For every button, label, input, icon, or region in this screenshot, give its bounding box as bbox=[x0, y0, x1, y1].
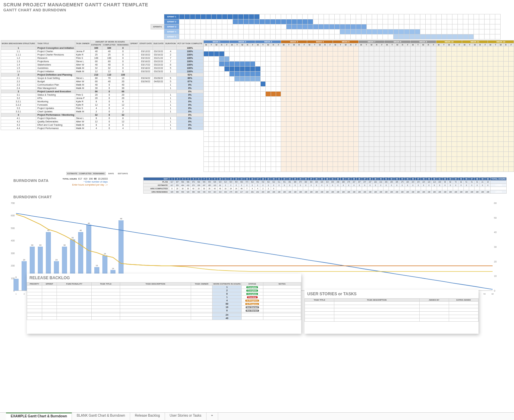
week-header: WEEK 2 bbox=[229, 40, 255, 43]
note-hours: Enter hours completed per day --> bbox=[62, 183, 108, 186]
task-row[interactable]: 1.2ResearchPete S100100003/15/2203/21/22… bbox=[1, 57, 203, 60]
col-due: DUE DATE bbox=[153, 40, 164, 46]
svg-text:700: 700 bbox=[11, 202, 15, 204]
sheet-tab[interactable]: Release Backlog bbox=[130, 413, 165, 420]
svg-text:40: 40 bbox=[494, 231, 497, 233]
user-story-row[interactable] bbox=[305, 302, 479, 305]
status-badge: Complete bbox=[246, 293, 258, 295]
user-story-row[interactable] bbox=[305, 318, 479, 322]
svg-text:0: 0 bbox=[494, 290, 495, 292]
task-row[interactable]: 3Project Launch and Execution660660% bbox=[1, 90, 203, 93]
col-owner: TASK OWNER bbox=[75, 40, 91, 46]
task-row[interactable]: 3.3.1Chart UpdatesMalik M20210% bbox=[1, 110, 203, 113]
task-row[interactable]: 1Project Conception and Initiation309309… bbox=[1, 46, 203, 50]
svg-text:20: 20 bbox=[23, 259, 25, 261]
task-row[interactable]: 1.4StakeholdersAllen W4040003/17/2203/22… bbox=[1, 63, 203, 67]
svg-text:40: 40 bbox=[80, 229, 82, 231]
user-story-row[interactable] bbox=[305, 312, 479, 315]
col-start: START DATE bbox=[139, 40, 153, 46]
release-row[interactable]: 8Not Started bbox=[27, 309, 301, 312]
user-stories-table[interactable]: TASK TITLETASK DESCRIPTIONADDED BYDATED … bbox=[305, 298, 479, 322]
col-task: TASK TITLE bbox=[36, 40, 75, 46]
week-header: WEEK 7 bbox=[359, 40, 384, 43]
task-row[interactable]: 1.3ProjectionsSteve L6060003/16/2203/22/… bbox=[1, 60, 203, 63]
add-sheet-button[interactable]: + bbox=[206, 413, 218, 420]
svg-text:10: 10 bbox=[494, 275, 497, 277]
svg-text:16: 16 bbox=[96, 265, 98, 267]
task-row[interactable]: 1.1Project CharterJenna P4040003/12/2203… bbox=[1, 50, 203, 53]
sheet-tab[interactable]: User Stories or Tasks bbox=[165, 413, 206, 420]
task-row[interactable]: 2.4Risk ManagementMalik M3003010% bbox=[1, 87, 203, 90]
svg-text:50: 50 bbox=[494, 217, 497, 219]
task-row[interactable]: 3.1Status & TrackingPete S2002010% bbox=[1, 93, 203, 97]
svg-text:30: 30 bbox=[494, 246, 497, 248]
status-badge: Overdue bbox=[247, 296, 258, 298]
task-row[interactable]: 3.2.2ForecastsKylie R1201210% bbox=[1, 103, 203, 107]
task-row[interactable]: 4.4Project PerformanceMalik M40410% bbox=[1, 127, 203, 130]
user-stories-title: USER STORIES or TASKS bbox=[305, 290, 479, 298]
svg-text:59: 59 bbox=[484, 293, 486, 295]
task-row[interactable]: 4Project Performance / Monitoring320320% bbox=[1, 113, 203, 117]
release-table[interactable]: PRIORITYSPRINTFUNCTIONALITYTASK TITLETAS… bbox=[27, 282, 301, 320]
svg-text:1: 1 bbox=[15, 293, 17, 295]
task-row[interactable]: 4.1Project ObjectivesSteve L80810% bbox=[1, 117, 203, 120]
sprint-label-2: SPRINT 2 bbox=[164, 19, 179, 24]
week-header: WEEK 3 bbox=[255, 40, 281, 43]
burndown-data: BURNDOWN DATA TOTAL HOURS 617 419 198 60… bbox=[0, 177, 514, 194]
svg-text:60: 60 bbox=[494, 202, 497, 204]
svg-text:20: 20 bbox=[494, 260, 497, 263]
week-header: WEEK 8 bbox=[384, 40, 410, 43]
task-row[interactable]: 1.6Project InitiationMalik M1212003/23/2… bbox=[1, 70, 203, 73]
gantt-grid: WEEK 1WEEK 2WEEK 3WEEK 4WEEK 5WEEK 6WEEK… bbox=[203, 40, 514, 172]
col-dur: DURATION bbox=[164, 40, 176, 46]
user-story-row[interactable] bbox=[305, 308, 479, 312]
week-header: WEEK 5 bbox=[307, 40, 333, 43]
release-row[interactable]: 1Complete bbox=[27, 286, 301, 289]
task-row[interactable]: 1.1.1Project Charter RevisionsKylie R252… bbox=[1, 53, 203, 57]
week-header: WEEK 4 bbox=[281, 40, 307, 43]
release-row[interactable]: 16Not Started bbox=[27, 306, 301, 309]
release-row[interactable]: 24 bbox=[27, 313, 301, 317]
col-wbs: WORK BREAKDOWN STRUCTURE bbox=[1, 40, 36, 46]
task-row[interactable]: 3.2KPIsJenna P2002010% bbox=[1, 97, 203, 100]
week-header: WEEK 1 bbox=[203, 40, 229, 43]
svg-text:14: 14 bbox=[112, 268, 114, 270]
task-row[interactable]: 4.2Quality DeliverablesAllen W1201210% bbox=[1, 120, 203, 123]
task-row[interactable]: 3.3Project UpdatesPete S40410% bbox=[1, 107, 203, 110]
svg-text:300: 300 bbox=[11, 252, 15, 254]
task-row[interactable]: 2.1Scope & Goal SettingSteve L80701003/2… bbox=[1, 77, 203, 80]
page-subtitle: GANTT CHART AND BURNDOWN bbox=[0, 7, 514, 14]
release-row[interactable]: 40 bbox=[27, 317, 301, 320]
sheet-tab[interactable]: BLANK Gantt Chart & Burndown bbox=[72, 413, 130, 420]
release-row[interactable]: 4In Progress bbox=[27, 299, 301, 302]
release-row[interactable]: 2Complete bbox=[27, 289, 301, 292]
sprint-label-1: SPRINT 1 bbox=[164, 14, 179, 19]
task-row[interactable]: 1.5GuidelinesMalik M3232003/18/2203/22/2… bbox=[1, 67, 203, 70]
task-row[interactable]: 4.3Effort and Cost TrackingMalik M80810% bbox=[1, 123, 203, 127]
svg-text:500: 500 bbox=[11, 227, 15, 229]
svg-text:35: 35 bbox=[72, 237, 74, 239]
col-amount: AMOUNT OF WORK IN HOURS bbox=[90, 40, 130, 43]
user-story-row[interactable] bbox=[305, 315, 479, 318]
user-story-row[interactable] bbox=[305, 305, 479, 308]
task-row[interactable]: 3.2.1MonitoringKylie R80810% bbox=[1, 100, 203, 103]
release-row[interactable]: 1Overdue bbox=[27, 296, 301, 299]
burndown-table[interactable]: DAY1234567891011121314151617181920212223… bbox=[143, 177, 507, 194]
task-row[interactable]: 2.3Communication PlanMalik M4004010% bbox=[1, 83, 203, 87]
svg-text:2: 2 bbox=[23, 293, 25, 295]
task-row[interactable]: 2Project Definition and Planning21011010… bbox=[1, 73, 203, 77]
status-badge: Not Started bbox=[246, 310, 259, 312]
task-row[interactable]: 2.2BudgetAllen W60402003/29/2204/02/2256… bbox=[1, 80, 203, 83]
svg-text:45: 45 bbox=[88, 222, 90, 224]
chart-title: BURNDOWN CHART bbox=[0, 194, 514, 200]
week-header: WEEK 12 bbox=[488, 40, 514, 43]
status-badge: Complete bbox=[246, 286, 258, 288]
task-table[interactable]: WORK BREAKDOWN STRUCTURE TASK TITLE TASK… bbox=[1, 40, 203, 130]
release-row[interactable]: 80In Progress bbox=[27, 302, 301, 306]
release-backlog-card: RELEASE BACKLOG PRIORITYSPRINTFUNCTIONAL… bbox=[27, 274, 301, 334]
sprints-label: SPRINTS bbox=[151, 24, 164, 29]
release-row[interactable]: 8Complete bbox=[27, 292, 301, 296]
sheet-tab[interactable]: EXAMPLE Gantt Chart & Burndown bbox=[6, 413, 72, 420]
svg-text:48: 48 bbox=[120, 218, 122, 220]
svg-text:200: 200 bbox=[11, 265, 15, 267]
